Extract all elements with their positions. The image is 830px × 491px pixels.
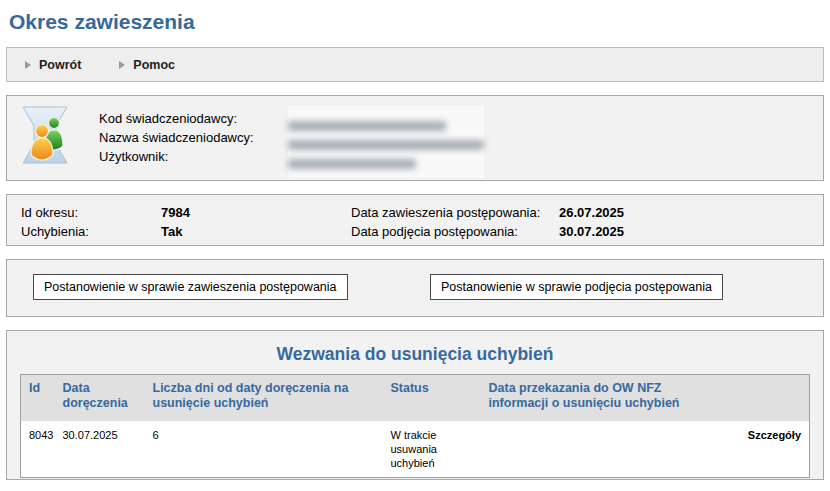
period-id-label: Id okresu:: [21, 203, 161, 222]
users-icon: [21, 106, 69, 168]
suspension-decision-button[interactable]: Postanowienie w sprawie zawieszenia post…: [33, 274, 348, 300]
col-header-transfer-date: Data przekazania do OW NFZ informacji o …: [481, 375, 719, 422]
help-button[interactable]: Pomoc: [119, 58, 175, 72]
cell-delivery-date: 30.07.2025: [55, 421, 145, 478]
resumption-date-value: 30.07.2025: [559, 222, 624, 241]
cell-days-count: 6: [145, 421, 383, 478]
violations-table: Id Data doręczenia Liczba dni od daty do…: [20, 374, 810, 478]
back-button[interactable]: Powrót: [25, 58, 81, 72]
table-header-row: Id Data doręczenia Liczba dni od daty do…: [21, 375, 810, 422]
cell-status: W trakcie usuwania uchybień: [383, 421, 481, 478]
provider-name-label: Nazwa świadczeniodawcy:: [99, 128, 254, 147]
page-title: Okres zawieszenia: [9, 10, 824, 34]
col-header-delivery-date: Data doręczenia: [55, 375, 145, 422]
user-label: Użytkownik:: [99, 147, 254, 166]
details-link[interactable]: Szczegóły: [719, 421, 810, 478]
col-header-id: Id: [21, 375, 55, 422]
provider-field-labels: Kod świadczeniodawcy: Nazwa świadczeniod…: [99, 106, 254, 166]
period-id-value: 7984: [161, 203, 190, 222]
violations-calls-panel: Wezwania do usunięcia uchybień Id Data d…: [6, 330, 824, 480]
cell-id: 8043: [21, 421, 55, 478]
suspension-date-label: Data zawieszenia postępowania:: [351, 203, 559, 222]
details-left-column: Id okresu: 7984 Uchybienia: Tak: [21, 203, 351, 245]
provider-values-redacted: [288, 106, 484, 178]
redacted-value: [288, 159, 416, 169]
provider-info-panel: Kod świadczeniodawcy: Nazwa świadczeniod…: [6, 95, 824, 181]
toolbar: Powrót Pomoc: [6, 47, 824, 82]
back-button-label: Powrót: [39, 58, 81, 72]
provider-code-label: Kod świadczeniodawcy:: [99, 109, 254, 128]
actions-panel: Postanowienie w sprawie zawieszenia post…: [6, 259, 824, 317]
col-header-days-count: Liczba dni od daty doręczenia na usunięc…: [145, 375, 383, 422]
arrow-right-icon: [119, 61, 125, 69]
resumption-date-label: Data podjęcia postępowania:: [351, 222, 559, 241]
redacted-value: [288, 121, 446, 131]
violations-label: Uchybienia:: [21, 222, 161, 241]
violations-table-title: Wezwania do usunięcia uchybień: [20, 344, 810, 365]
col-header-actions: [719, 375, 810, 422]
arrow-right-icon: [25, 61, 31, 69]
table-row: 8043 30.07.2025 6 W trakcie usuwania uch…: [21, 421, 810, 478]
help-button-label: Pomoc: [133, 58, 175, 72]
page: Okres zawieszenia Powrót Pomoc: [0, 0, 830, 480]
col-header-status: Status: [383, 375, 481, 422]
redacted-value: [288, 140, 484, 150]
violations-value: Tak: [161, 222, 182, 241]
suspension-date-value: 26.07.2025: [559, 203, 624, 222]
details-right-column: Data zawieszenia postępowania: 26.07.202…: [351, 203, 624, 245]
period-details-panel: Id okresu: 7984 Uchybienia: Tak Data zaw…: [6, 194, 824, 246]
cell-transfer-date: [481, 421, 719, 478]
resumption-decision-button[interactable]: Postanowienie w sprawie podjęcia postępo…: [430, 274, 723, 300]
